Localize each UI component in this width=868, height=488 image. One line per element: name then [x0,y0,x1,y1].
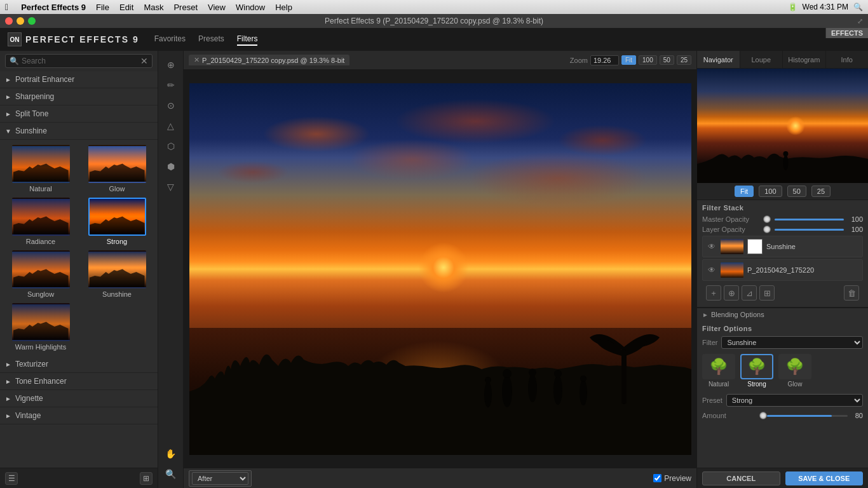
layer-base[interactable]: 👁 P_20150429_175220 [702,259,863,281]
nav-zoom-25[interactable]: 25 [811,186,831,197]
expand-icon[interactable]: ⤢ [857,17,863,25]
filter-thumb-natural[interactable]: 🌳 Natural [702,354,735,388]
menu-edit[interactable]: Edit [119,3,133,12]
canvas-tab[interactable]: ✕ P_20150429_175220 copy.psd @ 19.3% 8-b… [189,55,349,65]
nav-tab-info[interactable]: Info [826,51,869,68]
category-texturizer-header[interactable]: Texturizer [0,356,158,373]
category-sharpening-header[interactable]: Sharpening [0,88,158,105]
maximize-button[interactable] [28,17,36,25]
nav-zoom-50[interactable]: 50 [787,186,806,197]
menu-help[interactable]: Help [275,3,292,12]
category-vintage-header[interactable]: Vintage [0,407,158,424]
preview-label[interactable]: Preview [664,474,691,483]
layer-sunshine[interactable]: 👁 Sunshine [702,236,863,257]
blending-options-row[interactable]: ► Blending Options [697,308,868,321]
search-icon[interactable]: 🔍 [853,3,863,11]
layer-sunshine-thumb [721,239,743,254]
preview-checkbox[interactable] [653,474,661,482]
hand-tool-button[interactable]: ✋ [162,445,180,463]
tab-filters[interactable]: Filters [237,33,258,46]
menu-mask[interactable]: Mask [144,3,163,12]
menu-window[interactable]: Window [236,3,265,12]
tab-favorites[interactable]: Favorites [154,33,186,46]
nav-tab-navigator[interactable]: Navigator [697,51,740,68]
svg-point-12 [783,151,788,156]
category-tone-enhancer-header[interactable]: Tone Enhancer [0,373,158,390]
svg-point-4 [484,382,492,407]
category-sunshine-header[interactable]: Sunshine [0,123,158,140]
preset-warm-highlights[interactable]: Warm Highlights [5,303,76,351]
category-vignette-header[interactable]: Vignette [0,390,158,407]
menu-file[interactable]: File [96,3,109,12]
add-layer-button[interactable]: + [706,285,721,301]
cancel-button[interactable]: CANCEL [702,471,780,485]
logo-text: PERFECT EFFECTS 9 [25,34,139,44]
menu-view[interactable]: View [208,3,226,12]
preset-natural[interactable]: Natural [5,145,76,193]
nav-tab-loupe[interactable]: Loupe [740,51,783,68]
app-menu-name[interactable]: Perfect Effects 9 [21,3,86,12]
brush-tool-button[interactable]: ✏ [162,76,180,94]
amount-dot[interactable] [759,412,767,419]
sidebar-grid-view-button[interactable]: ⊞ [140,472,153,485]
preset-strong[interactable]: Strong [81,198,153,245]
master-opacity-track[interactable] [775,219,844,220]
nav-zoom-fit[interactable]: Fit [735,186,754,197]
preset-sunglow[interactable]: Sunglow [5,250,76,298]
zoom-25-button[interactable]: 25 [677,55,691,65]
menu-preset[interactable]: Preset [173,3,198,12]
view-select-dropdown[interactable]: After Before Before/After [192,472,248,485]
preview-check: Preview [653,474,691,483]
filter-select-dropdown[interactable]: Sunshine Glow Natural [721,336,863,349]
zoom-fit-button[interactable]: Fit [621,55,636,65]
category-portrait-header[interactable]: Portrait Enhancer [0,71,158,88]
lasso-tool-button[interactable]: ⊙ [162,97,180,114]
copy-layer-button[interactable]: ⊕ [724,285,739,301]
master-opacity-row: Master Opacity 100 [702,215,863,223]
layer-visibility-icon[interactable]: 👁 [707,241,717,252]
sidebar-list-view-button[interactable]: ☰ [5,472,18,485]
category-texturizer: Texturizer [0,356,158,373]
delete-layer-button[interactable]: 🗑 [844,285,859,301]
preset-sunshine[interactable]: Sunshine [81,250,153,298]
preset-radiance[interactable]: Radiance [5,198,76,245]
search-input[interactable] [22,57,138,65]
filter-options-title: Filter Options [702,325,863,332]
zoom-value-input[interactable] [590,55,619,65]
nav-zoom-100[interactable]: 100 [759,186,782,197]
panel-nav: Navigator Loupe Histogram Info [697,51,868,69]
category-split-tone-header[interactable]: Split Tone [0,105,158,123]
preset-select-dropdown[interactable]: Strong Natural Glow [726,394,863,407]
search-clear-button[interactable]: ✕ [140,56,148,66]
canvas-close-icon[interactable]: ✕ [194,56,200,64]
layer-base-thumb-img [721,262,743,278]
layer-opacity-dot[interactable] [763,226,771,233]
transform-tool-button[interactable]: △ [162,117,180,135]
selection-tool-button[interactable]: ⊕ [162,56,180,74]
master-opacity-dot[interactable] [763,215,771,223]
save-close-button[interactable]: SAVE & CLOSE [785,471,864,485]
amount-track[interactable] [767,415,848,417]
paint-bucket-button[interactable]: ⬢ [162,158,180,175]
preset-glow[interactable]: Glow [81,145,153,193]
filter-thumb-glow[interactable]: 🌳 Glow [778,354,811,388]
apple-menu[interactable]:  [5,2,8,12]
tab-presets[interactable]: Presets [198,33,224,46]
minimize-button[interactable] [17,17,24,25]
canvas-image[interactable] [184,70,696,468]
eraser-tool-button[interactable]: ⬡ [162,137,180,155]
nav-tab-histogram[interactable]: Histogram [783,51,826,68]
app-header: ON PERFECT EFFECTS 9 Favorites Presets F… [0,28,868,51]
zoom-50-button[interactable]: 50 [660,55,674,65]
zoom-tool-button[interactable]: 🔍 [162,465,180,483]
mask-layer-button[interactable]: ⊿ [742,285,757,301]
filter-thumb-strong[interactable]: 🌳 Strong [740,354,773,388]
nav-preview-image [697,69,868,183]
blend-mask-button[interactable]: ⊞ [759,285,775,301]
zoom-100-button[interactable]: 100 [639,55,657,65]
amount-label: Amount [702,412,759,419]
layer-opacity-track[interactable] [775,229,844,231]
close-button[interactable] [5,17,13,25]
gradient-tool-button[interactable]: ▽ [162,178,180,196]
layer-base-visibility-icon[interactable]: 👁 [707,265,717,275]
